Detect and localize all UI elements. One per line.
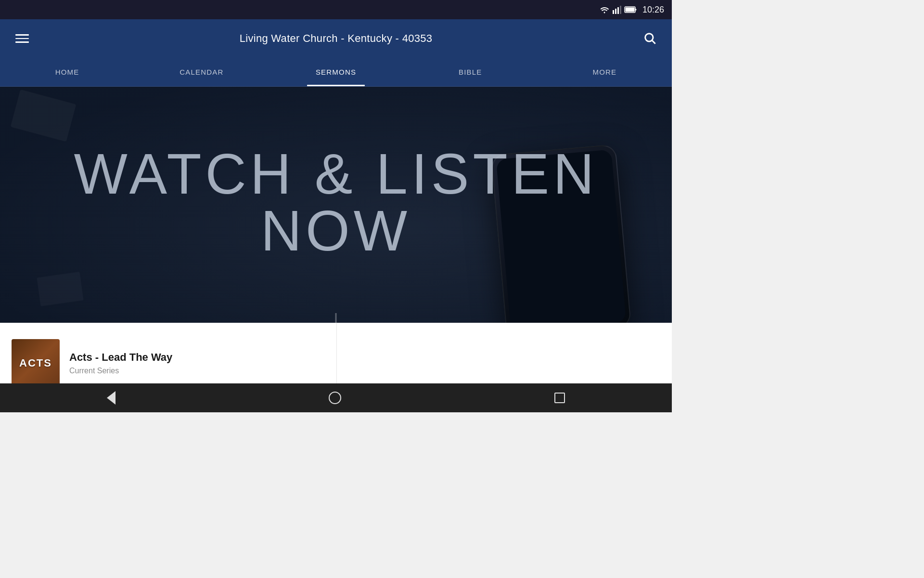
svg-rect-1 xyxy=(615,9,616,14)
series-subtitle: Current Series xyxy=(69,367,172,375)
signal-icon xyxy=(613,5,621,14)
scroll-indicator xyxy=(335,313,337,323)
home-icon xyxy=(329,392,341,404)
tab-calendar[interactable]: CALENDAR xyxy=(134,58,269,86)
status-icons: 10:26 xyxy=(599,5,664,15)
nav-tabs: HOME CALENDAR SERMONS BIBLE MORE xyxy=(0,58,672,87)
bottom-nav xyxy=(0,383,672,412)
series-info: Acts - Lead The Way Current Series xyxy=(69,351,172,375)
svg-rect-2 xyxy=(617,7,619,14)
tab-sermons[interactable]: SERMONS xyxy=(269,58,403,86)
thumbnail-label: ACTS xyxy=(19,357,52,369)
tab-home[interactable]: HOME xyxy=(0,58,134,86)
home-button[interactable] xyxy=(309,387,360,409)
menu-button[interactable] xyxy=(12,30,33,47)
status-time: 10:26 xyxy=(642,5,664,15)
menu-line-2 xyxy=(15,38,29,39)
wifi-icon xyxy=(599,6,610,13)
svg-rect-3 xyxy=(620,6,621,14)
menu-line-3 xyxy=(15,41,29,43)
app-title: Living Water Church - Kentucky - 40353 xyxy=(240,32,433,45)
status-bar: 10:26 xyxy=(0,0,672,19)
svg-rect-5 xyxy=(625,8,634,12)
svg-rect-0 xyxy=(613,10,614,14)
search-button[interactable] xyxy=(639,27,660,50)
series-thumbnail: ACTS xyxy=(12,339,60,387)
search-icon xyxy=(643,31,656,45)
hero-headline: WATCH & LISTEN NOW xyxy=(19,145,653,259)
back-button[interactable] xyxy=(88,386,135,409)
svg-line-7 xyxy=(652,40,655,43)
tab-more[interactable]: MORE xyxy=(538,58,672,86)
hero-section: WATCH & LISTEN NOW xyxy=(0,87,672,323)
series-title: Acts - Lead The Way xyxy=(69,351,172,364)
bg-decoration-2 xyxy=(37,272,83,306)
recents-button[interactable] xyxy=(535,388,584,408)
tab-bible[interactable]: BIBLE xyxy=(403,58,538,86)
back-icon xyxy=(107,391,116,405)
menu-line-1 xyxy=(15,34,29,36)
recents-icon xyxy=(554,393,565,403)
hero-text: WATCH & LISTEN NOW xyxy=(0,145,672,259)
svg-point-6 xyxy=(645,33,653,41)
app-bar: Living Water Church - Kentucky - 40353 xyxy=(0,19,672,58)
battery-icon xyxy=(624,6,638,13)
